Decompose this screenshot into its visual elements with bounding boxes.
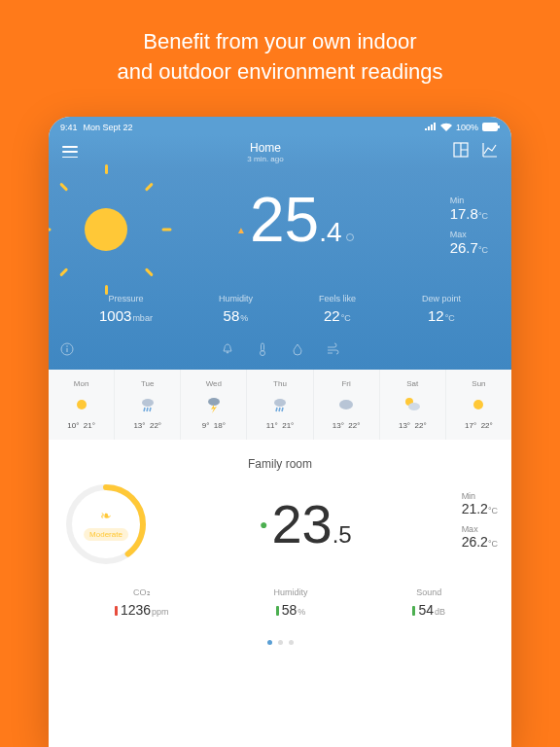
indoor-metrics: CO₂ 1236ppm Humidity 58% Sound 54dB [49,587,511,632]
metric-feelslike[interactable]: Feels like 22°C [319,294,356,325]
metric-dewpoint[interactable]: Dew point 12°C [422,294,461,325]
metric-humidity[interactable]: Humidity 58% [219,294,253,325]
dashboard-icon[interactable] [453,142,469,161]
forecast-day[interactable]: Tue13° 22° [115,370,181,440]
sensor-indicators [62,342,498,360]
svg-rect-1 [428,126,430,130]
gauge-label: Moderate [84,528,128,541]
svg-point-21 [274,399,286,407]
svg-line-17 [147,408,148,411]
page-dots[interactable] [49,632,511,653]
status-bar: 9:41 Mon Sept 22 100% [49,117,511,134]
outdoor-minmax: Min 17.8°C Max 26.7°C [450,196,488,264]
svg-point-14 [77,400,87,409]
sun-icon [72,196,140,264]
trend-up-icon: ▲ [236,225,246,235]
svg-rect-12 [262,343,264,351]
svg-point-15 [142,399,154,407]
thermometer-icon[interactable] [256,342,269,360]
svg-marker-20 [211,405,217,413]
indoor-temperature: ● 23 .5 [260,497,352,551]
status-dot-icon: ● [260,516,267,532]
forecast-day[interactable]: Fri13° 22° [314,370,380,440]
svg-rect-2 [431,124,433,130]
wifi-icon [440,123,452,133]
svg-point-28 [473,400,483,409]
status-time: 9:41 [60,123,78,132]
svg-line-23 [279,408,280,411]
leaf-icon: ❧ [84,508,128,523]
outdoor-metrics: Pressure 1003mbar Humidity 58% Feels lik… [62,294,498,325]
graph-icon[interactable] [482,142,498,161]
air-quality-gauge[interactable]: ❧ Moderate [62,480,150,568]
svg-rect-4 [482,123,498,131]
svg-line-18 [150,408,151,411]
forecast-day[interactable]: Mon10° 21° [49,370,115,440]
bell-icon[interactable] [221,342,234,360]
forecast-day[interactable]: Sun17° 22° [446,370,511,440]
svg-point-19 [208,398,220,406]
metric-sound[interactable]: Sound 54dB [412,587,445,619]
battery-icon [482,123,500,133]
svg-point-27 [408,403,420,410]
indoor-minmax: Min 21.2°C Max 26.2°C [462,491,498,557]
svg-line-24 [282,408,283,411]
svg-rect-5 [498,125,500,128]
location-title[interactable]: Home 3 min. ago [247,141,283,163]
menu-icon[interactable] [62,146,78,158]
wind-icon[interactable] [326,342,339,360]
status-date: Mon Sept 22 [84,123,133,132]
svg-point-25 [339,400,353,409]
forecast-day[interactable]: Sat13° 22° [380,370,446,440]
battery-pct: 100% [456,123,478,132]
droplet-icon[interactable] [291,342,304,360]
svg-rect-0 [425,128,427,130]
forecast-row: Mon10° 21°Tue13° 22°Wed9° 18°Thu11° 21°F… [49,370,511,440]
outdoor-panel: ▲ 25 .4 Min 17.8°C Max 26.7°C Pressure 1… [49,169,511,370]
indoor-panel: ❧ Moderate ● 23 .5 Min 21.2°C Max 26.2°C [49,480,511,587]
metric-indoor-humidity[interactable]: Humidity 58% [274,587,308,619]
outdoor-temperature: ▲ 25 .4 [236,189,353,270]
metric-co2[interactable]: CO₂ 1236ppm [115,587,169,619]
metric-pressure[interactable]: Pressure 1003mbar [99,294,153,325]
svg-line-16 [144,408,145,411]
device-frame: 9:41 Mon Sept 22 100% Home 3 min. ago [49,117,511,747]
svg-line-22 [276,408,277,411]
forecast-day[interactable]: Wed9° 18° [181,370,247,440]
degree-icon [346,233,354,241]
app-header: Home 3 min. ago [49,134,511,169]
marketing-headline: Benefit from your own indoorand outdoor … [0,0,560,105]
signal-icon [425,123,437,132]
indoor-title: Family room [49,440,511,480]
last-updated: 3 min. ago [247,155,283,163]
svg-rect-3 [434,123,436,130]
forecast-day[interactable]: Thu11° 21° [247,370,313,440]
